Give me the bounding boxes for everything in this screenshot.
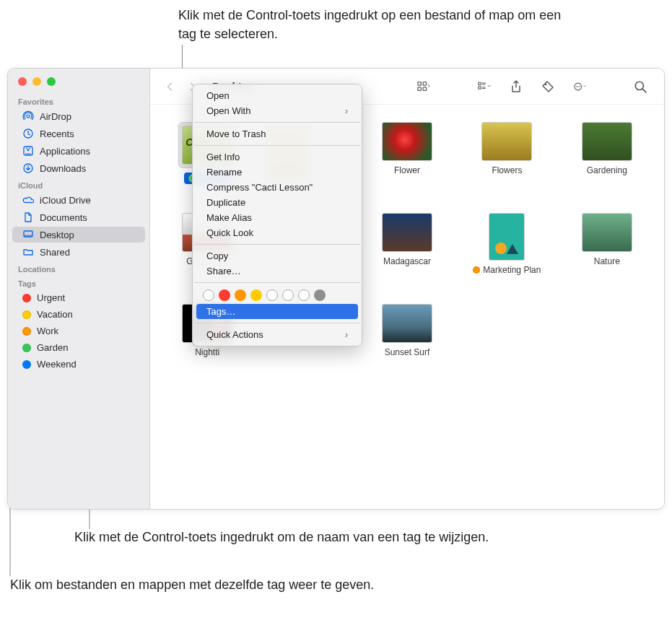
tag-color-slot[interactable] (298, 289, 310, 301)
file-thumbnail (489, 213, 525, 261)
svg-rect-8 (418, 87, 422, 90)
callout-show-tagged: Klik om bestanden en mappen met dezelfde… (10, 575, 374, 594)
file-thumbnail (382, 122, 432, 161)
context-menu: Open Open With› Move to Trash Get Info R… (192, 84, 362, 346)
svg-rect-6 (418, 82, 422, 85)
tag-color-slot[interactable] (282, 289, 294, 301)
file-label: Flowers (492, 165, 522, 175)
menu-item-quick-actions[interactable]: Quick Actions› (196, 327, 358, 342)
file-item-sunset-surf[interactable]: Sunset Surf (370, 304, 444, 357)
tag-color-slot[interactable] (266, 289, 278, 301)
chevron-right-icon: › (345, 106, 348, 116)
svg-rect-11 (479, 87, 481, 89)
minimize-button[interactable] (32, 77, 41, 86)
svg-point-15 (577, 86, 579, 87)
shared-folder-icon (22, 246, 34, 258)
search-button[interactable] (628, 77, 653, 97)
sidebar-tag-weekend[interactable]: Weekend (12, 357, 145, 372)
tags-button[interactable] (536, 77, 560, 97)
sidebar-item-label: Applications (40, 146, 90, 157)
file-item-marketing-plan[interactable]: Marketing Plan (470, 213, 544, 275)
menu-separator (194, 282, 360, 283)
callout-top: Klik met de Control-toets ingedrukt op e… (178, 6, 582, 43)
chevron-right-icon: › (345, 330, 348, 340)
sidebar-item-recents[interactable]: Recents (12, 126, 145, 141)
file-item-madagascar[interactable]: Madagascar (370, 213, 444, 275)
tag-color-none[interactable] (203, 289, 214, 301)
svg-rect-10 (479, 82, 481, 84)
sidebar-tag-vacation[interactable]: Vacation (12, 307, 145, 322)
sidebar-section-locations: Locations (8, 261, 149, 275)
tag-color-icon (22, 360, 31, 369)
clock-icon (22, 128, 34, 139)
tag-indicator-icon (473, 266, 480, 274)
tag-color-gray[interactable] (314, 289, 326, 301)
menu-separator (194, 323, 360, 323)
file-item-flower[interactable]: Flower (370, 122, 444, 184)
svg-point-0 (27, 115, 30, 118)
menu-item-copy[interactable]: Copy (196, 248, 358, 263)
file-label: Nightti (195, 347, 219, 357)
download-icon (22, 162, 34, 174)
sidebar-item-label: Downloads (40, 163, 86, 174)
menu-item-quick-look[interactable]: Quick Look (196, 225, 358, 240)
menu-item-make-alias[interactable]: Make Alias (196, 210, 358, 225)
menu-item-tags[interactable]: Tags… (196, 304, 358, 319)
menu-item-compress[interactable]: Compress "Cacti Lesson" (196, 180, 358, 195)
tag-color-icon (22, 310, 31, 319)
menu-item-get-info[interactable]: Get Info (196, 149, 358, 165)
more-button[interactable] (567, 77, 592, 97)
menu-item-move-to-trash[interactable]: Move to Trash (196, 126, 358, 141)
tag-color-orange[interactable] (235, 289, 246, 301)
svg-rect-7 (423, 82, 427, 85)
window-controls (8, 74, 149, 93)
sidebar-item-downloads[interactable]: Downloads (12, 160, 145, 176)
zoom-button[interactable] (47, 77, 56, 86)
file-item-flowers[interactable]: Flowers (470, 122, 544, 184)
svg-point-14 (576, 86, 577, 87)
sidebar-item-documents[interactable]: Documents (12, 209, 145, 225)
sidebar-item-desktop[interactable]: Desktop (12, 227, 145, 243)
share-button[interactable] (504, 77, 528, 97)
sidebar-item-icloud-drive[interactable]: iCloud Drive (12, 192, 145, 208)
svg-point-16 (579, 86, 580, 87)
applications-icon (22, 145, 34, 157)
sidebar-section-favorites: Favorites (8, 93, 149, 108)
group-button[interactable] (472, 77, 497, 97)
file-label: Nature (594, 256, 620, 266)
menu-tag-colors (193, 287, 362, 304)
back-button[interactable] (162, 77, 178, 97)
sidebar-tag-work[interactable]: Work (12, 323, 145, 339)
sidebar-item-label: Work (37, 326, 58, 336)
sidebar-item-applications[interactable]: Applications (12, 143, 145, 159)
menu-separator (194, 145, 360, 146)
sidebar-item-airdrop[interactable]: AirDrop (12, 108, 145, 124)
sidebar-tag-urgent[interactable]: Urgent (12, 290, 145, 305)
sidebar-item-label: Shared (40, 247, 70, 258)
file-label: Marketing Plan (473, 265, 541, 275)
svg-point-12 (545, 83, 547, 85)
airdrop-icon (22, 110, 34, 122)
file-label: Sunset Surf (385, 347, 430, 357)
sidebar-item-label: Garden (37, 342, 68, 353)
menu-item-share[interactable]: Share… (196, 263, 358, 279)
sidebar-tag-garden[interactable]: Garden (12, 340, 145, 355)
menu-item-open-with[interactable]: Open With› (196, 103, 358, 118)
file-item-gardening[interactable]: Gardening (570, 122, 644, 184)
menu-item-open[interactable]: Open (196, 88, 358, 103)
desktop-icon (22, 229, 34, 240)
tag-color-red[interactable] (219, 289, 230, 301)
menu-item-rename[interactable]: Rename (196, 165, 358, 180)
file-label: Flower (394, 165, 420, 175)
tag-color-icon (22, 327, 31, 336)
sidebar-item-shared[interactable]: Shared (12, 244, 145, 260)
sidebar-item-label: Urgent (37, 292, 65, 303)
sidebar-section-icloud: iCloud (8, 177, 149, 191)
menu-separator (194, 244, 360, 245)
close-button[interactable] (18, 77, 27, 86)
menu-item-duplicate[interactable]: Duplicate (196, 195, 358, 210)
file-item-nature[interactable]: Nature (570, 213, 644, 275)
view-icons-button[interactable] (411, 77, 436, 97)
sidebar-item-label: Desktop (40, 230, 74, 240)
tag-color-yellow[interactable] (250, 289, 262, 301)
